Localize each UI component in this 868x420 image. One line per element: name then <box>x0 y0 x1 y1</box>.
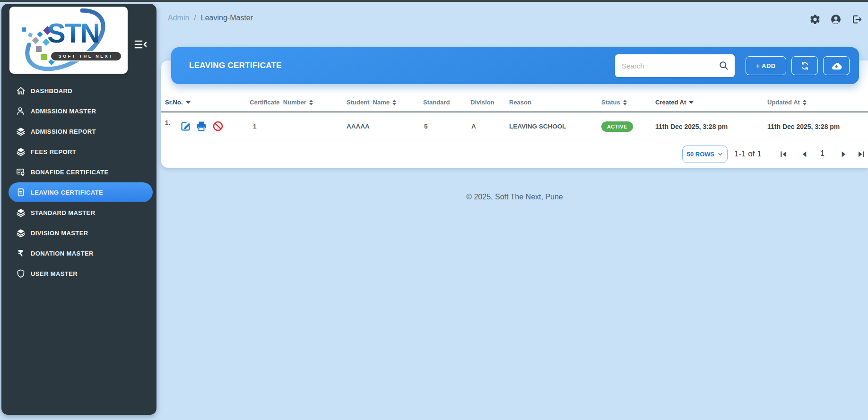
breadcrumb-section[interactable]: Admin <box>168 14 189 22</box>
edit-icon[interactable] <box>180 120 191 132</box>
menu-collapse-icon[interactable] <box>133 38 149 51</box>
cell-created-at: 11th Dec 2025, 3:28 pm <box>655 112 728 140</box>
logo-square <box>36 46 42 52</box>
sidebar-item-division-master[interactable]: DIVISION MASTER <box>9 223 153 243</box>
cell-sr-no: 1. <box>165 112 170 140</box>
column-label: Status <box>601 99 620 106</box>
page-title: LEAVING CERTIFICATE <box>189 61 282 70</box>
card-header-bar: LEAVING CERTIFICATE + ADD <box>171 47 859 84</box>
sidebar-item-leaving-certificate[interactable]: LEAVING CERTIFICATE <box>9 182 153 202</box>
refresh-button[interactable] <box>791 56 818 75</box>
account-icon[interactable] <box>830 14 842 25</box>
column-header-updated-at[interactable]: Updated At <box>767 92 807 112</box>
status-badge: ACTIVE <box>601 121 633 132</box>
sidebar-item-label: BONAFIDE CERTIFICATE <box>31 169 108 176</box>
cell-division: A <box>471 112 476 140</box>
cloud-download-icon <box>831 60 842 71</box>
next-page-icon[interactable] <box>840 150 848 158</box>
add-button[interactable]: + ADD <box>746 56 786 75</box>
sort-icon <box>392 100 396 105</box>
sidebar-item-label: DASHBOARD <box>31 87 72 94</box>
cell-reason: LEAVING SCHOOL <box>509 112 566 140</box>
export-button[interactable] <box>823 56 850 75</box>
sort-desc-icon <box>689 101 694 104</box>
sidebar-menu: DASHBOARD ADMISSION MASTER ADMISSION REP… <box>1 81 156 284</box>
search-icon[interactable] <box>719 60 729 71</box>
logout-icon[interactable] <box>851 14 862 25</box>
layers-icon <box>16 228 26 238</box>
sidebar-item-label: FEES REPORT <box>31 148 76 155</box>
column-label: Division <box>470 99 495 106</box>
sort-icon <box>623 100 627 105</box>
sidebar-item-fees-report[interactable]: FEES REPORT <box>9 142 153 162</box>
cell-certificate-number: 1 <box>253 112 257 140</box>
print-icon[interactable] <box>196 120 207 132</box>
sidebar-item-standard-master[interactable]: STANDARD MASTER <box>9 203 153 223</box>
sort-desc-icon <box>186 101 191 104</box>
sidebar-item-label: ADMISSION REPORT <box>31 128 96 135</box>
home-icon <box>16 86 26 96</box>
topbar-icons <box>809 14 862 25</box>
sidebar-item-admission-report[interactable]: ADMISSION REPORT <box>9 121 153 141</box>
breadcrumb-separator: / <box>194 14 196 22</box>
pagination: 50 ROWS 1-1 of 1 1 <box>161 140 868 168</box>
sidebar: STN SOFT THE NEXT DASHBOARD ADMISSION MA… <box>1 4 156 415</box>
column-header-reason[interactable]: Reason <box>509 92 531 112</box>
refresh-icon <box>800 61 809 70</box>
column-label: Standard <box>423 99 450 106</box>
rows-per-page-label: 50 ROWS <box>687 151 715 158</box>
column-header-certificate-number[interactable]: Certificate_Number <box>250 92 313 112</box>
cell-student-name: AAAAA <box>347 112 370 140</box>
sort-icon <box>309 100 313 105</box>
stn-logo: STN SOFT THE NEXT <box>9 7 128 74</box>
chevron-down-icon <box>718 153 723 156</box>
sidebar-item-label: DIVISION MASTER <box>31 230 88 237</box>
column-label: Created At <box>655 99 686 106</box>
column-label: Reason <box>509 99 531 106</box>
rupee-icon: ₹ <box>16 249 26 258</box>
column-header-standard[interactable]: Standard <box>423 92 450 112</box>
logo-square <box>22 27 26 32</box>
column-header-division[interactable]: Division <box>470 92 495 112</box>
breadcrumb: Admin / Leaving-Master <box>168 14 253 22</box>
logo-text: STN <box>47 17 99 49</box>
rows-per-page-select[interactable]: 50 ROWS <box>682 146 728 163</box>
column-label: Certificate_Number <box>250 99 306 106</box>
column-header-sr-no[interactable]: Sr.No. <box>165 92 191 112</box>
current-page-number[interactable]: 1 <box>820 149 825 158</box>
sidebar-item-label: LEAVING CERTIFICATE <box>31 189 103 196</box>
column-label: Student_Name <box>347 99 390 106</box>
column-header-status[interactable]: Status <box>601 92 627 112</box>
gear-icon[interactable] <box>809 14 821 25</box>
sort-icon <box>803 100 807 105</box>
previous-page-icon[interactable] <box>800 150 808 158</box>
search-box <box>615 54 735 77</box>
window-top-edge <box>0 0 868 2</box>
cell-standard: 5 <box>424 112 428 140</box>
table-header-row: Sr.No. Certificate_Number Student_Name S… <box>161 92 868 112</box>
sidebar-item-label: ADMISSION MASTER <box>31 108 96 115</box>
shield-icon <box>16 269 26 279</box>
block-icon[interactable] <box>212 120 224 132</box>
sidebar-item-donation-master[interactable]: ₹ DONATION MASTER <box>9 243 153 263</box>
logo-square <box>41 54 47 60</box>
copyright-footer: © 2025, Soft The Next, Pune <box>161 193 868 201</box>
column-header-student-name[interactable]: Student_Name <box>347 92 396 112</box>
layers-icon <box>16 127 26 137</box>
person-icon <box>16 106 26 116</box>
table-row: 1. 1 AAAAA 5 A LEAVING SCHOOL AC <box>161 112 868 140</box>
column-label: Updated At <box>767 99 800 106</box>
add-button-label: + ADD <box>756 62 775 69</box>
sidebar-item-user-master[interactable]: USER MASTER <box>9 264 153 283</box>
layers-icon <box>16 208 26 218</box>
sidebar-item-bonafide-certificate[interactable]: BONAFIDE CERTIFICATE <box>9 162 153 182</box>
sidebar-item-label: STANDARD MASTER <box>31 209 95 216</box>
sidebar-item-dashboard[interactable]: DASHBOARD <box>9 81 153 101</box>
search-input[interactable] <box>622 62 719 70</box>
first-page-icon[interactable] <box>780 150 788 158</box>
pagination-range: 1-1 of 1 <box>734 149 762 159</box>
sidebar-item-admission-master[interactable]: ADMISSION MASTER <box>9 101 153 121</box>
last-page-icon[interactable] <box>857 150 865 158</box>
layers-icon <box>16 147 26 157</box>
column-header-created-at[interactable]: Created At <box>655 92 694 112</box>
